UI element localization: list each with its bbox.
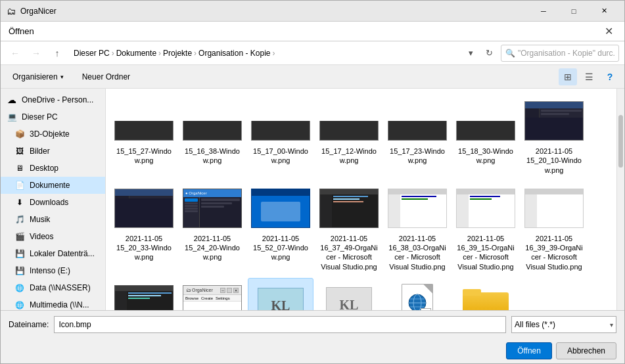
app-icon: 🗂 bbox=[6, 6, 16, 16]
list-item-info-xml[interactable]: xml info.xml bbox=[384, 278, 450, 310]
file-name: 15_15_27-Windo w.png bbox=[114, 147, 174, 166]
minimize-button[interactable]: ─ bbox=[528, 1, 559, 22]
file-thumbnail bbox=[456, 98, 515, 144]
filetype-dropdown[interactable]: All files (*.*) ▾ bbox=[511, 316, 616, 333]
sidebar-item-dieser-pc[interactable]: 💻 Dieser PC bbox=[1, 108, 105, 125]
maximize-button[interactable]: □ bbox=[559, 1, 589, 22]
sidebar-item-data-nasser[interactable]: 🌐 Data (\\NASSER) bbox=[1, 279, 105, 296]
dokumente-icon: 📄 bbox=[14, 179, 26, 191]
main-content: ☁ OneDrive - Person... 💻 Dieser PC 📦 3D-… bbox=[1, 89, 624, 310]
search-icon: 🔍 bbox=[505, 49, 515, 58]
filename-input[interactable] bbox=[54, 316, 506, 333]
open-button[interactable]: Öffnen bbox=[506, 342, 552, 359]
sidebar-item-desktop[interactable]: 🖥 Desktop bbox=[1, 160, 105, 177]
back-button[interactable]: ← bbox=[6, 44, 24, 62]
list-item-icon-bmp[interactable]: KL Icon.bmp bbox=[248, 278, 313, 310]
file-thumbnail bbox=[319, 185, 379, 231]
view-toggle-button[interactable]: ⊞ bbox=[559, 68, 577, 85]
sidebar: ☁ OneDrive - Person... 💻 Dieser PC 📦 3D-… bbox=[1, 89, 106, 310]
list-item[interactable]: 15_17_23-Windo w.png bbox=[384, 94, 450, 179]
scroll-track[interactable] bbox=[616, 89, 624, 310]
downloads-icon: ⬇ bbox=[14, 196, 26, 208]
list-item[interactable]: 2021-11-05 15_20_10-Windo w.png bbox=[521, 94, 587, 179]
file-name: 15_16_38-Windo w.png bbox=[182, 147, 243, 166]
file-name: 2021-11-05 15_52_07-Windo w.png bbox=[250, 234, 311, 262]
file-thumbnail bbox=[114, 98, 174, 144]
new-folder-button[interactable]: Neuer Ordner bbox=[76, 68, 137, 85]
onedrive-icon: ☁ bbox=[6, 94, 18, 106]
breadcrumb-dokumente: Dokumente bbox=[116, 49, 156, 58]
up-button[interactable]: ↑ bbox=[48, 44, 66, 62]
sidebar-item-multimedia[interactable]: 🌐 Multimedia (\\N... bbox=[1, 296, 105, 310]
bilder-icon: 🖼 bbox=[14, 145, 26, 157]
file-thumbnail: 🗂 OrgaNicer ─ ✕ Browse Create bbox=[183, 282, 242, 310]
musik-icon: 🎵 bbox=[14, 214, 26, 225]
organize-button[interactable]: Organisieren ▾ bbox=[6, 68, 70, 85]
file-name: 2021-11-05 15_20_33-Windo w.png bbox=[114, 234, 174, 262]
sidebar-item-bilder[interactable]: 🖼 Bilder bbox=[1, 143, 105, 160]
sidebar-item-downloads[interactable]: ⬇ Downloads bbox=[1, 194, 105, 211]
filename-bar: Dateiname: All files (*.*) ▾ bbox=[1, 310, 624, 338]
data-nasser-icon: 🌐 bbox=[14, 282, 26, 294]
list-item-projekte-shortcut[interactable]: ↗ Projekte - Verknüpfung bbox=[453, 278, 519, 310]
file-grid-container: 15_15_27-Windo w.png 15_16_38-Windo w.pn… bbox=[106, 89, 616, 310]
file-thumbnail bbox=[319, 98, 379, 144]
file-thumbnail bbox=[114, 185, 174, 231]
file-thumbnail bbox=[388, 98, 447, 144]
breadcrumb-organisation-kopie: Organisation - Kopie bbox=[198, 49, 270, 58]
search-box[interactable]: 🔍 bbox=[501, 45, 619, 62]
sidebar-item-videos[interactable]: 🎬 Videos bbox=[1, 228, 105, 245]
organize-label: Organisieren bbox=[12, 72, 58, 81]
file-thumbnail: xml bbox=[388, 282, 447, 310]
list-item[interactable]: 15_18_30-Windo w.png bbox=[453, 94, 519, 179]
list-item[interactable]: 2021-11-05 16_39_39-OrgaNi cer - Microso… bbox=[521, 181, 587, 275]
dieser-pc-icon: 💻 bbox=[6, 111, 18, 123]
breadcrumb[interactable]: Dieser PC › Dokumente › Projekte › Organ… bbox=[69, 45, 461, 62]
nav-bar: ← → ↑ Dieser PC › Dokumente › Projekte ›… bbox=[1, 41, 624, 65]
list-item[interactable]: 15_16_38-Windo w.png bbox=[179, 94, 245, 179]
action-buttons: Öffnen Abbrechen bbox=[1, 338, 624, 363]
list-item[interactable]: 15_17_12-Windo w.png bbox=[316, 94, 382, 179]
organize-arrow-icon: ▾ bbox=[60, 74, 64, 80]
refresh-button[interactable]: ↻ bbox=[480, 44, 498, 62]
dialog-close-button[interactable]: ✕ bbox=[601, 24, 616, 39]
window-controls: ─ □ ✕ bbox=[528, 1, 619, 22]
file-thumbnail bbox=[388, 185, 447, 231]
sidebar-item-dokumente[interactable]: 📄 Dokumente bbox=[1, 177, 105, 194]
file-name: 15_17_23-Windo w.png bbox=[387, 147, 448, 166]
list-item[interactable]: 2021-11-05 15_20_33-Windo w.png bbox=[111, 181, 177, 275]
list-item[interactable]: 2021-11-05 15_52_07-Windo w.png bbox=[248, 181, 313, 275]
list-item-icon-ico[interactable]: KL Icon.ico bbox=[316, 278, 382, 310]
scroll-thumb[interactable] bbox=[618, 115, 623, 168]
lokaler-icon: 💾 bbox=[14, 248, 26, 260]
file-name: 2021-11-05 15_24_20-Windo w.png bbox=[182, 234, 243, 262]
file-thumbnail: KL bbox=[251, 283, 310, 310]
list-item[interactable]: 2021-11-05 16_38_03-OrgaNi cer - Microso… bbox=[384, 181, 450, 275]
desktop-icon: 🖥 bbox=[14, 162, 26, 174]
cancel-button[interactable]: Abbrechen bbox=[556, 342, 616, 359]
sidebar-item-3d-objekte[interactable]: 📦 3D-Objekte bbox=[1, 125, 105, 143]
sidebar-item-intenso-e[interactable]: 💾 Intenso (E:) bbox=[1, 262, 105, 279]
breadcrumb-dropdown[interactable]: ▾ bbox=[464, 45, 477, 62]
forward-button[interactable]: → bbox=[27, 44, 45, 62]
list-item[interactable]: 2021-11-05 16_39_15-OrgaNi cer - Microso… bbox=[453, 181, 519, 275]
search-input[interactable] bbox=[518, 49, 614, 58]
file-name: 2021-11-05 16_39_39-OrgaNi cer - Microso… bbox=[524, 234, 584, 271]
view-list-button[interactable]: ☰ bbox=[580, 68, 598, 85]
list-item[interactable]: 2021-11-05 16_37_49-OrgaNi cer - Microso… bbox=[316, 181, 382, 275]
list-item[interactable]: 15_15_27-Windo w.png bbox=[111, 94, 177, 179]
sidebar-item-musik[interactable]: 🎵 Musik bbox=[1, 211, 105, 228]
dialog: Öffnen ✕ ← → ↑ Dieser PC › Dokumente › P… bbox=[1, 22, 624, 363]
app-title: OrgaNicer bbox=[20, 7, 528, 16]
list-item[interactable]: 🗂 OrgaNicer ─ ✕ Browse Create bbox=[179, 278, 245, 310]
list-item[interactable]: 2021-11-05 16_41_49-OrgaNi cer - Microso… bbox=[111, 278, 177, 310]
list-item[interactable]: 15_17_00-Windo w.png bbox=[248, 94, 313, 179]
file-name: 2021-11-05 16_38_03-OrgaNi cer - Microso… bbox=[387, 234, 448, 271]
list-item[interactable]: ● OrgaNicer bbox=[179, 181, 245, 275]
file-thumbnail bbox=[251, 185, 310, 231]
sidebar-item-onedrive[interactable]: ☁ OneDrive - Person... bbox=[1, 91, 105, 108]
app-title-bar: 🗂 OrgaNicer ─ □ ✕ bbox=[1, 1, 624, 22]
close-button[interactable]: ✕ bbox=[589, 1, 619, 22]
sidebar-item-lokaler[interactable]: 💾 Lokaler Datenträ... bbox=[1, 245, 105, 262]
help-button[interactable]: ? bbox=[601, 68, 619, 85]
